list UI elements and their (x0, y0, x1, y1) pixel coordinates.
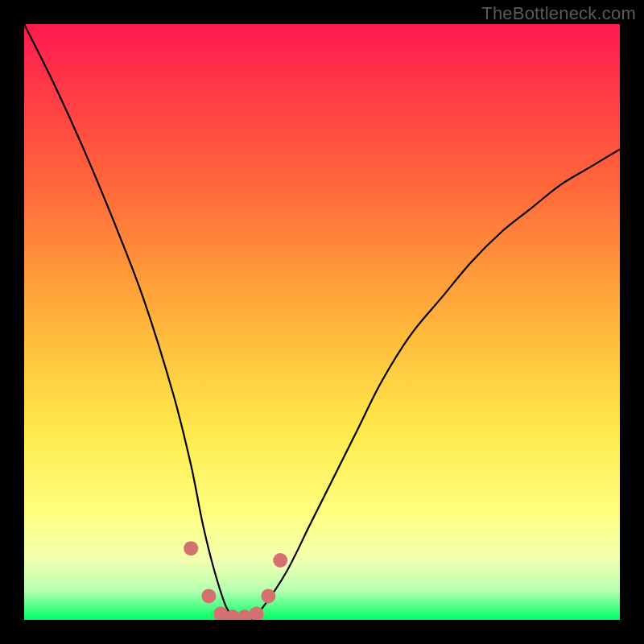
highlight-dot (201, 588, 216, 603)
gradient-background (24, 24, 620, 620)
highlight-dot (184, 541, 198, 555)
bottleneck-chart (24, 24, 620, 620)
highlight-dot (273, 553, 287, 568)
chart-container: TheBottleneck.com (0, 0, 644, 644)
highlight-dot (261, 588, 275, 603)
watermark-text: TheBottleneck.com (481, 3, 636, 24)
